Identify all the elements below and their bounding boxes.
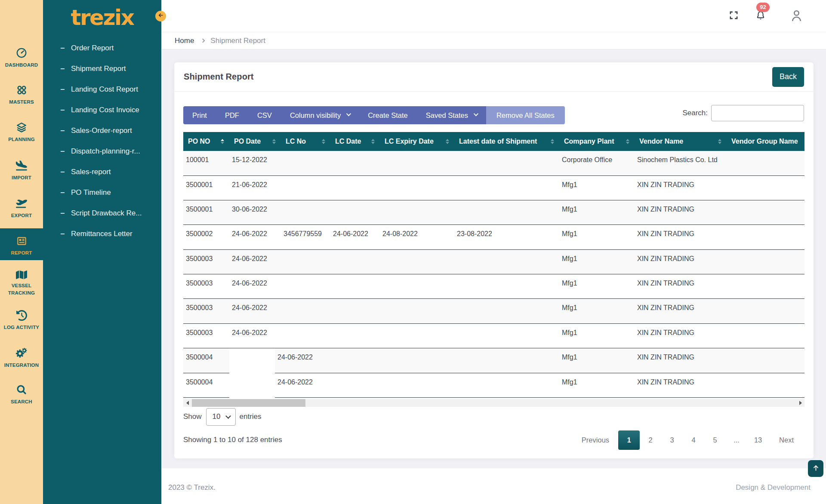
column-header-vendor-group-name[interactable]: Vendor Group Name [727, 132, 804, 151]
table-toolbar: Print PDF CSV Column visibility Create S… [183, 106, 804, 124]
entries-label: entries [240, 412, 262, 421]
page-size-row: Show 10 entries [183, 408, 804, 426]
csv-button[interactable]: CSV [248, 106, 281, 124]
dash-icon [61, 130, 65, 131]
icon-rail: DASHBOARD MASTERS PLANNING IMPORT [0, 0, 43, 504]
dash-icon [61, 48, 65, 49]
table-row[interactable]: 350000324-06-2022 Mfg1XIN ZIN TRADING [183, 249, 804, 274]
column-header-latest-shipment-date[interactable]: Latest date of Shipment [454, 132, 559, 151]
menu-item-landing-cost-invoice[interactable]: Landing Cost Invoice [43, 100, 161, 120]
remove-all-states-button[interactable]: Remove All States [486, 106, 565, 124]
menu-item-order-report[interactable]: Order Report [43, 38, 161, 58]
pagination-page-1[interactable]: 1 [618, 430, 640, 450]
card-header: Shipment Report Back [174, 62, 814, 92]
table-row[interactable]: 350000324-06-2022 Mfg1XIN ZIN TRADING [183, 274, 804, 298]
rail-item-masters[interactable]: MASTERS [0, 85, 43, 106]
rail-item-label: MASTERS [0, 98, 43, 106]
layers-icon [16, 127, 27, 134]
scrollbar-thumb[interactable] [192, 399, 305, 407]
menu-item-shipment-report[interactable]: Shipment Report [43, 58, 161, 79]
breadcrumb-current: Shipment Report [210, 37, 265, 45]
rail-item-dashboard[interactable]: DASHBOARD [0, 47, 43, 69]
rail-item-import[interactable]: IMPORT [0, 160, 43, 181]
user-icon [791, 9, 802, 24]
rail-item-search[interactable]: SEARCH [0, 384, 43, 406]
rail-item-label: EXPORT [0, 212, 43, 219]
pagination-page-2[interactable]: 2 [640, 430, 661, 450]
table-row[interactable]: 350000130-06-2022 Mfg1XIN ZIN TRADING [183, 200, 804, 225]
column-header-vendor-name[interactable]: Vendor Name [635, 132, 727, 151]
rail-item-label2: TRACKING [0, 289, 43, 297]
menu-item-sales-order-report[interactable]: Sales-Order-report [43, 120, 161, 141]
pdf-button[interactable]: PDF [216, 106, 248, 124]
scroll-right-arrow-icon[interactable] [796, 399, 804, 407]
pagination: Previous 1 2 3 4 5 ... 13 Next [582, 430, 794, 450]
column-header-lc-date[interactable]: LC Date [330, 132, 380, 151]
rail-item-integration[interactable]: INTEGRATION [0, 347, 43, 369]
pagination-page-3[interactable]: 3 [661, 430, 683, 450]
menu-item-remittances-letter[interactable]: Remittances Letter [43, 224, 161, 244]
breadcrumb: Home Shipment Report [161, 32, 826, 49]
table-row[interactable]: 350000224-06-20223456779559 24-06-202224… [183, 225, 804, 249]
pagination-page-5[interactable]: 5 [704, 430, 726, 450]
menu-item-landing-cost-report[interactable]: Landing Cost Report [43, 79, 161, 100]
column-header-company-plant[interactable]: Company Plant [559, 132, 635, 151]
table-row[interactable]: 3500004 24-06-2022 Mfg1 XIN ZIN TRADING [183, 348, 804, 373]
rail-item-vessel-tracking[interactable]: VESSEL TRACKING [0, 270, 43, 297]
breadcrumb-home-link[interactable]: Home [175, 37, 194, 45]
menu-item-po-timeline[interactable]: PO Timeline [43, 182, 161, 203]
notifications-button[interactable]: 92 [755, 0, 766, 32]
rail-item-export[interactable]: EXPORT [0, 198, 43, 219]
horizontal-scrollbar[interactable] [183, 399, 804, 407]
scroll-to-top-button[interactable] [808, 460, 823, 477]
menu-item-sales-report[interactable]: Sales-report [43, 162, 161, 182]
sort-icon [446, 139, 449, 144]
rail-item-report[interactable]: REPORT [0, 228, 43, 260]
pagination-page-13[interactable]: 13 [747, 430, 769, 450]
table-row[interactable]: 10000115-12-2022 Corporate OfficeSinoche… [183, 151, 804, 175]
table-header-row: PO NO PO Date LC No LC Date LC Expiry Da… [183, 132, 804, 151]
report-menu-list: Order Report Shipment Report Landing Cos… [43, 38, 161, 244]
circles-grid-icon [16, 89, 27, 97]
pagination-next[interactable]: Next [779, 430, 794, 450]
column-header-lc-no[interactable]: LC No [281, 132, 330, 151]
search-input[interactable] [711, 105, 804, 121]
saved-states-button[interactable]: Saved States [417, 106, 486, 124]
menu-item-script-drawback[interactable]: Script Drawback Re... [43, 203, 161, 224]
search-icon [16, 389, 27, 396]
table-row[interactable]: 3500004 24-06-2022 Mfg1 XIN ZIN TRADING [183, 373, 804, 397]
gears-icon [15, 353, 28, 360]
pagination-previous[interactable]: Previous [582, 430, 609, 450]
plane-departure-icon [16, 203, 27, 210]
search-label: Search: [682, 109, 708, 117]
create-state-button[interactable]: Create State [359, 106, 417, 124]
rail-item-label: REPORT [0, 249, 43, 257]
sort-icon [221, 139, 224, 144]
column-visibility-button[interactable]: Column visibility [281, 106, 359, 124]
sort-icon [272, 139, 276, 144]
back-button[interactable]: Back [772, 67, 804, 87]
column-header-po-date[interactable]: PO Date [229, 132, 281, 151]
shipment-report-card: Shipment Report Back Print PDF CSV Colum… [174, 62, 814, 458]
user-menu-button[interactable] [791, 0, 802, 32]
shipment-report-subtable: 3500004 24-06-2022 Mfg1 XIN ZIN TRADING … [183, 348, 804, 398]
shipment-report-table: PO NO PO Date LC No LC Date LC Expiry Da… [183, 132, 804, 348]
table-row[interactable]: 350000121-06-2022 Mfg1XIN ZIN TRADING [183, 175, 804, 200]
rail-item-log-activity[interactable]: LOG ACTIVITY [0, 310, 43, 331]
table-row[interactable]: 350000324-06-2022 Mfg1XIN ZIN TRADING [183, 299, 804, 323]
rail-item-label: PLANNING [0, 136, 43, 143]
column-header-po-no[interactable]: PO NO [183, 132, 229, 151]
credit-text: Design & Development [736, 483, 811, 492]
fullscreen-button[interactable] [729, 0, 739, 32]
print-button[interactable]: Print [183, 106, 216, 124]
page-size-select[interactable]: 10 [206, 408, 236, 426]
sidebar-collapse-button[interactable] [155, 11, 166, 22]
menu-item-dispatch-planning[interactable]: Dispatch-planning-r... [43, 141, 161, 162]
column-header-lc-expiry-date[interactable]: LC Expiry Date [380, 132, 454, 151]
rail-item-planning[interactable]: PLANNING [0, 122, 43, 143]
page-title: Shipment Report [184, 72, 254, 82]
pagination-page-4[interactable]: 4 [683, 430, 704, 450]
rail-item-label: INTEGRATION [0, 362, 43, 369]
table-row[interactable]: 350000324-06-2022 Mfg1XIN ZIN TRADING [183, 323, 804, 348]
scroll-left-arrow-icon[interactable] [183, 399, 191, 407]
